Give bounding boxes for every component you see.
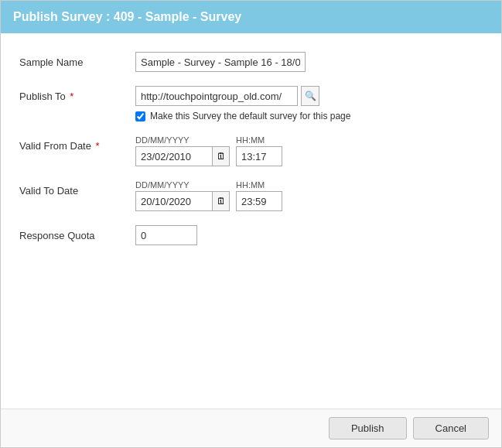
publish-to-label: Publish To * (19, 86, 135, 102)
publish-to-input[interactable] (135, 86, 298, 106)
valid-to-label: Valid To Date (19, 180, 135, 197)
calendar-icon-2: 🗓 (217, 196, 226, 207)
valid-to-calendar-button[interactable]: 🗓 (213, 191, 230, 211)
cancel-button[interactable]: Cancel (413, 417, 489, 439)
valid-from-row: Valid From Date * DD/MM/YYYY 🗓 H (19, 135, 483, 166)
valid-to-row: Valid To Date DD/MM/YYYY 🗓 HH:MM (19, 180, 483, 211)
publish-to-row-outer: Publish To * 🔍 Make this Survey the defa… (19, 86, 483, 121)
valid-from-calendar-button[interactable]: 🗓 (213, 146, 230, 166)
default-survey-row: Make this Survey the default survey for … (135, 111, 483, 121)
default-survey-checkbox[interactable] (135, 111, 145, 121)
valid-to-time-input[interactable] (236, 191, 282, 211)
response-quota-control (135, 225, 483, 245)
valid-from-control: DD/MM/YYYY 🗓 HH:MM (135, 135, 483, 166)
default-survey-label: Make this Survey the default survey for … (150, 111, 350, 121)
valid-from-required: * (93, 140, 100, 152)
valid-from-date-input[interactable] (135, 146, 213, 166)
sample-name-label: Sample Name (19, 52, 135, 68)
valid-from-label: Valid From Date * (19, 135, 135, 152)
search-button[interactable]: 🔍 (301, 86, 319, 106)
response-quota-label: Response Quota (19, 225, 135, 241)
response-quota-input[interactable] (135, 225, 197, 245)
valid-to-date-format-label: DD/MM/YYYY (135, 180, 230, 190)
valid-from-time-format-label: HH:MM (236, 135, 282, 145)
valid-from-date-wrap: 🗓 (135, 146, 230, 166)
publish-button[interactable]: Publish (329, 417, 407, 439)
sample-name-row: Sample Name (19, 52, 483, 72)
valid-from-date-time: DD/MM/YYYY 🗓 HH:MM (135, 135, 483, 166)
publish-to-input-row: 🔍 (135, 86, 483, 106)
response-quota-row: Response Quota (19, 225, 483, 245)
valid-to-date-wrap: 🗓 (135, 191, 230, 211)
valid-from-date-block: DD/MM/YYYY 🗓 (135, 135, 230, 166)
search-icon: 🔍 (305, 91, 316, 101)
publish-to-required: * (67, 91, 74, 102)
calendar-icon: 🗓 (217, 151, 226, 162)
dialog-title: Publish Survey : 409 - Sample - Survey (13, 10, 241, 23)
valid-to-date-time: DD/MM/YYYY 🗓 HH:MM (135, 180, 483, 211)
dialog-header: Publish Survey : 409 - Sample - Survey (1, 1, 501, 33)
dialog-footer: Publish Cancel (1, 409, 501, 447)
valid-from-date-format-label: DD/MM/YYYY (135, 135, 230, 145)
valid-from-time-input[interactable] (236, 146, 282, 166)
publish-survey-dialog: Publish Survey : 409 - Sample - Survey S… (0, 0, 502, 448)
valid-to-date-block: DD/MM/YYYY 🗓 (135, 180, 230, 211)
sample-name-input[interactable] (135, 52, 306, 72)
valid-to-time-block: HH:MM (236, 180, 282, 211)
valid-to-control: DD/MM/YYYY 🗓 HH:MM (135, 180, 483, 211)
valid-to-date-input[interactable] (135, 191, 213, 211)
dialog-body: Sample Name Publish To * 🔍 Make this S (1, 33, 501, 409)
publish-to-control: 🔍 Make this Survey the default survey fo… (135, 86, 483, 121)
valid-to-time-format-label: HH:MM (236, 180, 282, 190)
sample-name-control (135, 52, 483, 72)
valid-from-time-block: HH:MM (236, 135, 282, 166)
